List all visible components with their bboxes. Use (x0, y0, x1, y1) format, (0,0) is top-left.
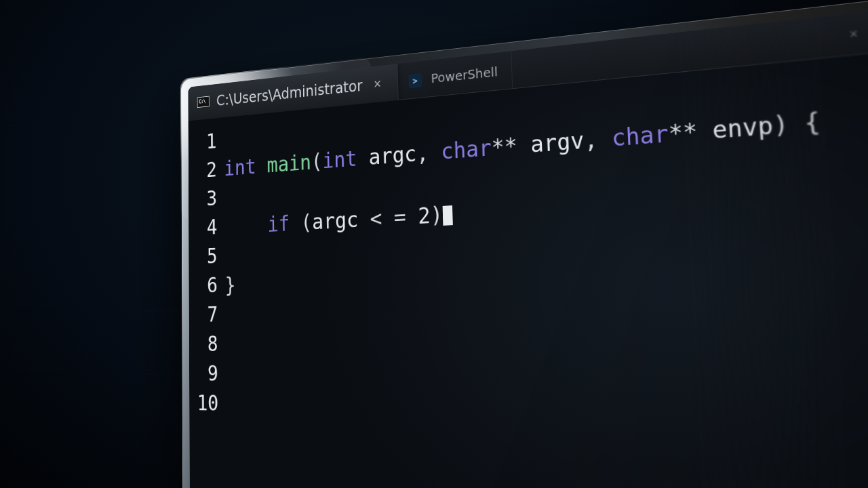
depth-blur (679, 5, 868, 488)
line-number: 3 (189, 184, 217, 214)
window-frame: C:\ C:\Users\Administrator × > PowerShel… (181, 0, 868, 488)
line-number: 1 (189, 127, 217, 157)
stage: C:\ C:\Users\Administrator × > PowerShel… (0, 0, 868, 488)
tab-title: C:\Users\Administrator (216, 78, 363, 108)
line-number: 6 (189, 270, 218, 300)
code-area[interactable]: int main(int argc, char** argv, char** e… (224, 48, 868, 488)
code-line: } (224, 242, 868, 300)
powershell-icon: > (408, 73, 422, 87)
code-line: int main(int argc, char** argv, char** e… (224, 95, 868, 183)
text-cursor (443, 205, 453, 226)
terminal-window[interactable]: C:\ C:\Users\Administrator × > PowerShel… (188, 5, 868, 488)
code-line: if (argc < = 2) (224, 168, 868, 241)
tab-title: PowerShell (431, 64, 498, 84)
cmd-icon: C:\ (197, 96, 210, 108)
line-number-gutter: 12345678910 (189, 117, 227, 488)
line-number: 9 (189, 359, 218, 388)
line-number: 7 (189, 300, 218, 329)
line-number: 5 (189, 241, 217, 272)
scene-3d: C:\ C:\Users\Administrator × > PowerShel… (119, 37, 868, 488)
line-number: 2 (189, 155, 217, 186)
code-editor[interactable]: 12345678910 int main(int argc, char** ar… (189, 48, 868, 488)
line-number: 8 (189, 329, 218, 359)
close-icon[interactable]: × (370, 74, 385, 94)
close-icon[interactable]: × (849, 26, 859, 41)
line-number: 10 (189, 388, 218, 418)
tab-extras: × ⌄ (848, 5, 868, 55)
line-number: 4 (189, 212, 217, 243)
